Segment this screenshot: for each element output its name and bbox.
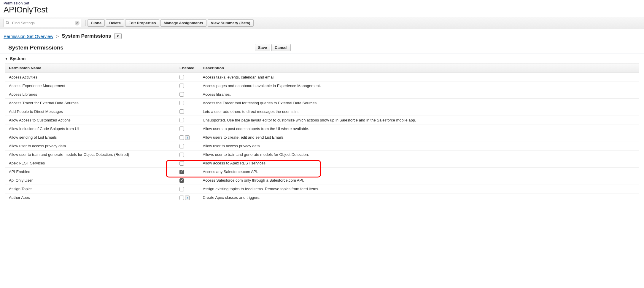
permission-enabled-cell [175,99,199,107]
section-title: System Permissions [8,44,63,51]
table-row: API EnabledAccess any Salesforce.com API… [5,167,639,176]
permission-name-cell: Author Apex [5,193,175,202]
permission-name-cell: Allow user to access privacy data [5,142,175,150]
permission-description-cell: Allow user to access privacy data. [199,142,639,150]
search-icon [6,21,9,25]
permission-description-cell: Create Apex classes and triggers. [199,193,639,202]
permission-checkbox[interactable] [179,84,184,88]
svg-line-1 [8,23,9,24]
table-row: Access LibrariesAccess libraries. [5,90,639,99]
search-input[interactable] [4,19,81,27]
permission-name-cell: Assign Topics [5,185,175,193]
delete-button[interactable]: Delete [106,19,124,27]
permission-enabled-cell [175,150,199,159]
table-row: Allow Inclusion of Code Snippets from UI… [5,124,639,133]
permission-enabled-cell [175,116,199,124]
permission-description-cell: Access the Tracer tool for testing queri… [199,99,639,107]
group-header[interactable]: ▼ System [0,54,644,63]
permission-name-cell: Apex REST Services [5,159,175,167]
chevron-down-icon: ▼ [116,34,120,38]
permission-checkbox[interactable] [179,101,184,105]
permission-enabled-cell [175,124,199,133]
permission-description-cell: Access tasks, events, calendar, and emai… [199,73,639,81]
table-row: Add People to Direct MessagesLets a user… [5,107,639,116]
info-icon[interactable]: i [185,135,190,140]
permission-enabled-cell [175,167,199,176]
permission-checkbox[interactable] [179,144,184,148]
table-row: Assign TopicsAssign existing topics to f… [5,185,639,193]
clear-search-icon[interactable]: ✕ [75,21,79,25]
col-header-name: Permission Name [5,63,175,73]
permission-description-cell: Allow access to Apex REST services [199,159,639,167]
col-header-enabled: Enabled [175,63,199,73]
permission-checkbox[interactable] [179,92,184,97]
permission-enabled-cell [175,176,199,185]
permission-checkbox[interactable] [179,153,184,157]
permission-checkbox[interactable] [179,170,184,174]
col-header-description: Description [199,63,639,73]
permission-checkbox[interactable] [179,187,184,191]
permission-enabled-cell [175,81,199,90]
permission-enabled-cell: i [175,133,199,142]
table-row: Author ApexiCreate Apex classes and trig… [5,193,639,202]
search-box: ✕ [4,19,81,27]
permission-description-cell: Access any Salesforce.com API. [199,167,639,176]
permission-enabled-cell [175,90,199,99]
permission-name-cell: Access Activities [5,73,175,81]
permission-checkbox[interactable] [179,75,184,79]
permission-enabled-cell [175,107,199,116]
manage-assignments-button[interactable]: Manage Assignments [160,19,206,27]
permission-name-cell: Allow Access to Customized Actions [5,116,175,124]
table-row: Access Experience ManagementAccess pages… [5,81,639,90]
permission-description-cell: Access pages and dashboards available in… [199,81,639,90]
permission-enabled-cell [175,142,199,150]
permission-name-cell: Access Experience Management [5,81,175,90]
svg-point-0 [6,21,9,23]
breadcrumb-overview-link[interactable]: Permission Set Overview [4,34,53,39]
permission-checkbox[interactable] [179,196,184,200]
toolbar-divider [85,20,85,26]
permission-name-cell: Access Tracer for External Data Sources [5,99,175,107]
table-row: Apex REST ServicesAllow access to Apex R… [5,159,639,167]
permission-checkbox[interactable] [179,118,184,122]
permission-checkbox[interactable] [179,127,184,131]
table-row: Allow user to train and generate models … [5,150,639,159]
table-row: Access ActivitiesAccess tasks, events, c… [5,73,639,81]
info-icon[interactable]: i [185,196,190,200]
save-button[interactable]: Save [255,44,270,51]
permission-description-cell: Allow users to create, edit and send Lis… [199,133,639,142]
permission-description-cell: Lets a user add others to direct message… [199,107,639,116]
breadcrumb-current: System Permissions [62,33,111,39]
permission-checkbox[interactable] [179,109,184,114]
permission-description-cell: Allows user to train and generate models… [199,150,639,159]
permission-name-cell: Allow user to train and generate models … [5,150,175,159]
clone-button[interactable]: Clone [88,19,105,27]
group-header-label: System [10,56,26,61]
table-row: Allow Access to Customized ActionsUnsupp… [5,116,639,124]
permission-enabled-cell: i [175,193,199,202]
permission-description-cell: Assign existing topics to feed items. Re… [199,185,639,193]
permission-description-cell: Access libraries. [199,90,639,99]
edit-properties-button[interactable]: Edit Properties [125,19,159,27]
permission-checkbox[interactable] [179,178,184,183]
table-row: Access Tracer for External Data SourcesA… [5,99,639,107]
permission-name-cell: Add People to Direct Messages [5,107,175,116]
breadcrumb-dropdown-button[interactable]: ▼ [114,33,122,39]
permission-checkbox[interactable] [179,161,184,166]
permission-name-cell: Allow Inclusion of Code Snippets from UI [5,124,175,133]
permission-name-cell: Api Only User [5,176,175,185]
permission-enabled-cell [175,73,199,81]
permission-name-cell: API Enabled [5,167,175,176]
permission-checkbox[interactable] [179,135,184,140]
permission-name-cell: Allow sending of List Emails [5,133,175,142]
permission-description-cell: Unsupported. Use the page layout editor … [199,116,639,124]
cancel-button[interactable]: Cancel [271,44,291,51]
permission-description-cell: Access Salesforce.com only through a Sal… [199,176,639,185]
permission-description-cell: Allow users to post code snippets from t… [199,124,639,133]
collapse-arrow-icon: ▼ [5,57,8,60]
section-bar: System Permissions Save Cancel [0,42,644,54]
view-summary-button[interactable]: View Summary (Beta) [208,19,254,27]
permission-name-cell: Access Libraries [5,90,175,99]
page-subtitle: Permission Set [4,1,640,5]
table-row: Allow user to access privacy dataAllow u… [5,142,639,150]
